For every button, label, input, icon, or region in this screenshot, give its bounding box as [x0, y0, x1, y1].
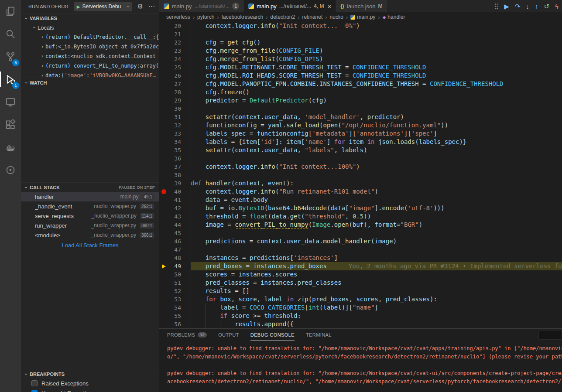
- breakpoint-gutter[interactable]: [159, 262, 168, 270]
- breakpoint-gutter[interactable]: [159, 295, 168, 303]
- checkbox[interactable]: ✓: [31, 390, 38, 392]
- variable-row[interactable]: ›buf: <_io.BytesIO object at 0x7f5a2dc1e…: [21, 42, 159, 51]
- breakpoint-row[interactable]: Raised Exceptions: [21, 378, 159, 388]
- panel-tab-debug-console[interactable]: DEBUG CONSOLE: [250, 329, 295, 341]
- variable-row[interactable]: ›(return) DefaultPredictor.__call__: {'i…: [21, 32, 159, 42]
- drag-grip-icon[interactable]: [494, 3, 498, 9]
- editor-tab[interactable]: main.py.../retinanet/...4, M×: [244, 0, 336, 12]
- breakpoint-gutter[interactable]: [159, 287, 168, 295]
- stack-frame[interactable]: _handle_event_nuclio_wrapper.py262:1: [21, 201, 159, 211]
- panel-tab-terminal[interactable]: TERMINAL: [306, 329, 332, 341]
- gutter: 37: [159, 163, 191, 171]
- activity-extensions[interactable]: [0, 113, 21, 136]
- breakpoint-gutter[interactable]: [159, 146, 168, 154]
- step-out-button[interactable]: ↑: [535, 3, 538, 10]
- breadcrumb-item[interactable]: ◆handler: [383, 14, 405, 20]
- variable-row[interactable]: ›(return) convert_PIL_to_numpy: array([[…: [21, 61, 159, 71]
- panel-tab-output[interactable]: OUTPUT: [218, 329, 239, 341]
- call-stack-section-header[interactable]: › CALL STACK PAUSED ON STEP: [21, 182, 159, 192]
- breakpoint-gutter[interactable]: [159, 113, 168, 121]
- activity-search[interactable]: [0, 23, 21, 45]
- breakpoint-gutter[interactable]: [159, 88, 168, 96]
- scope-locals[interactable]: › Locals: [21, 23, 159, 32]
- breakpoint-gutter[interactable]: [159, 279, 168, 287]
- breakpoint-gutter[interactable]: [159, 229, 168, 237]
- breakpoints-section-header[interactable]: › BREAKPOINTS: [21, 369, 159, 378]
- watch-section-header[interactable]: › WATCH: [21, 78, 159, 87]
- breakpoint-gutter[interactable]: [159, 63, 168, 72]
- breakpoint-gutter[interactable]: [159, 38, 168, 47]
- step-into-button[interactable]: ↓: [526, 3, 529, 10]
- breakpoint-gutter[interactable]: [159, 163, 168, 171]
- breakpoint-gutter[interactable]: [159, 80, 168, 88]
- console-filter-input[interactable]: [538, 330, 562, 340]
- variable-row[interactable]: ›data: {'image': 'iVBORw0KG…AAAANSUhE…: [21, 71, 159, 78]
- activity-round-tool[interactable]: [0, 159, 21, 181]
- step-over-button[interactable]: ↷: [515, 3, 521, 10]
- activity-docker[interactable]: [0, 136, 21, 159]
- breakpoint-gutter[interactable]: [159, 154, 168, 163]
- variables-section-header[interactable]: › VARIABLES: [21, 13, 159, 23]
- breadcrumb-item[interactable]: detectron2: [270, 14, 295, 20]
- breakpoint-gutter[interactable]: [159, 171, 168, 179]
- breakpoint-gutter[interactable]: [159, 196, 168, 204]
- breakpoint-icon[interactable]: [161, 189, 166, 194]
- breakpoint-gutter[interactable]: [159, 320, 168, 328]
- breadcrumb-item[interactable]: nuclio: [330, 14, 343, 20]
- stack-frame[interactable]: handlermain.py49:1: [21, 192, 159, 201]
- breakpoint-gutter[interactable]: [159, 138, 168, 146]
- breakpoint-gutter[interactable]: [159, 254, 168, 262]
- breakpoint-gutter[interactable]: [159, 303, 168, 312]
- editor-tab[interactable]: main.py.../siammask/...1: [159, 0, 244, 12]
- breakpoint-gutter[interactable]: [159, 204, 168, 212]
- code-text: predictor = DefaultPredictor(cfg): [191, 97, 327, 104]
- breakpoint-gutter[interactable]: [159, 312, 168, 320]
- stack-frame[interactable]: <module>_nuclio_wrapper.py366:1: [21, 230, 159, 240]
- editor-tab[interactable]: {}launch.jsonM: [336, 0, 387, 12]
- variable-row[interactable]: ›context: <nuclio_sdk.context.Context ob…: [21, 51, 159, 61]
- breakpoint-gutter[interactable]: [159, 179, 168, 187]
- continue-button[interactable]: ▶: [504, 3, 509, 10]
- restart-button[interactable]: ↺: [544, 3, 549, 10]
- breadcrumb-item[interactable]: retinanet: [302, 14, 323, 20]
- breakpoint-gutter[interactable]: [159, 221, 168, 229]
- debug-config-dropdown[interactable]: ▶ Serverless Debu ›: [74, 2, 132, 11]
- stack-frame[interactable]: serve_requests_nuclio_wrapper.py114:1: [21, 211, 159, 221]
- breadcrumb-item[interactable]: main.py: [350, 14, 375, 20]
- breakpoint-gutter[interactable]: [159, 187, 168, 196]
- breakpoint-gutter[interactable]: [159, 105, 168, 113]
- load-all-stack-frames-link[interactable]: Load All Stack Frames: [21, 242, 159, 249]
- stack-frame[interactable]: run_wrapper_nuclio_wrapper.py360:1: [21, 221, 159, 230]
- activity-remote-explorer[interactable]: [0, 91, 21, 113]
- activity-source-control[interactable]: 8: [0, 45, 21, 68]
- breakpoint-gutter[interactable]: [159, 212, 168, 221]
- start-debug-icon[interactable]: ▶: [77, 4, 80, 9]
- breakpoint-gutter[interactable]: [159, 130, 168, 138]
- breakpoint-gutter[interactable]: [159, 245, 168, 254]
- activity-run-and-debug[interactable]: 1: [0, 68, 21, 91]
- breakpoint-gutter[interactable]: [159, 47, 168, 55]
- breakpoint-gutter[interactable]: [159, 270, 168, 279]
- breadcrumb-item[interactable]: facebookresearch: [222, 14, 263, 20]
- checkbox[interactable]: [31, 380, 38, 386]
- breakpoint-gutter[interactable]: [159, 121, 168, 130]
- breadcrumb-item[interactable]: pytorch: [197, 14, 214, 20]
- breakpoint-gutter[interactable]: [159, 237, 168, 245]
- activity-explorer[interactable]: [0, 0, 21, 23]
- disconnect-button[interactable]: ϟ: [555, 3, 559, 10]
- close-icon[interactable]: ×: [327, 3, 331, 10]
- more-actions-icon[interactable]: ⋯: [148, 3, 155, 10]
- gear-icon[interactable]: ⚙: [137, 3, 143, 10]
- breakpoint-gutter[interactable]: [159, 30, 168, 38]
- breakpoint-gutter[interactable]: [159, 72, 168, 80]
- line-number: 50: [168, 270, 181, 279]
- breadcrumb-item[interactable]: serverless: [166, 14, 190, 20]
- breakpoint-row[interactable]: ✓Uncaught Exceptions: [21, 388, 159, 392]
- breakpoint-gutter[interactable]: [159, 22, 168, 30]
- line-content: def handler(context, event):: [191, 179, 562, 187]
- code-editor[interactable]: 20 context.logger.info("Init context... …: [159, 22, 562, 328]
- line-content: [191, 154, 562, 163]
- breakpoint-gutter[interactable]: [159, 96, 168, 105]
- panel-tab-problems[interactable]: PROBLEMS12: [167, 329, 207, 341]
- breakpoint-gutter[interactable]: [159, 55, 168, 63]
